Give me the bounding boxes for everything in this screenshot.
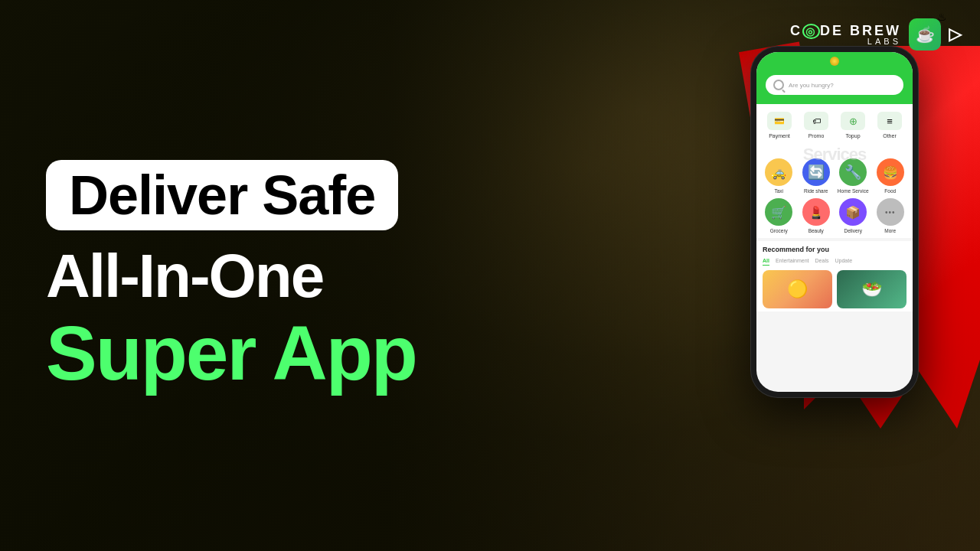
- recommend-images: 🟡 🥗: [763, 270, 906, 308]
- other-label: Other: [883, 133, 897, 139]
- logo-text: C◎DE BREW LABS: [790, 24, 901, 46]
- main-content: Deliver Safe All-In-One Super App Are yo…: [0, 0, 980, 551]
- phone-notch: [830, 57, 839, 66]
- hero-line1: Deliver Safe: [69, 168, 375, 223]
- action-payment[interactable]: 💳 Payment: [767, 112, 792, 139]
- homeservice-label: Home Service: [838, 188, 869, 194]
- deliver-safe-box: Deliver Safe: [46, 160, 398, 230]
- hero-line3: Super App: [46, 315, 493, 391]
- search-icon: [773, 80, 784, 90]
- grocery-label: Grocery: [770, 228, 788, 233]
- beauty-label: Beauty: [808, 228, 824, 233]
- delivery-icon: 📦: [839, 198, 867, 226]
- recommend-image-1: 🟡: [763, 270, 832, 308]
- taxi-label: Taxi: [774, 188, 783, 194]
- recommend-title: Recommend for you: [763, 246, 906, 253]
- more-icon: •••: [877, 198, 904, 226]
- promo-icon: 🏷: [804, 112, 828, 130]
- other-icon: ≡: [877, 112, 902, 130]
- topup-label: Topup: [845, 133, 860, 139]
- steam-icon: ♨: [937, 11, 947, 23]
- food-icon-2: 🥗: [861, 279, 882, 299]
- action-other[interactable]: ≡ Other: [877, 112, 902, 139]
- rec-tab-entertainment[interactable]: Entertainment: [776, 258, 809, 266]
- recommend-section: Recommend for you All Entertainment Deal…: [756, 241, 913, 311]
- topup-icon: ⊕: [841, 112, 865, 130]
- grocery-icon: 🛒: [765, 198, 792, 226]
- services-section: Services 🚕 Taxi 🔄 Ride share: [756, 145, 913, 238]
- service-delivery[interactable]: 📦 Delivery: [837, 198, 870, 233]
- food-label: Food: [884, 188, 896, 194]
- beauty-icon: 💄: [802, 198, 830, 226]
- action-topup[interactable]: ⊕ Topup: [841, 112, 865, 139]
- rideshare-label: Ride share: [804, 188, 828, 194]
- brand-name: C◎DE BREW: [790, 24, 901, 37]
- recommend-tabs: All Entertainment Deals Update: [763, 258, 906, 266]
- quick-actions-bar: 💳 Payment 🏷 Promo ⊕ Topup ≡: [756, 104, 913, 145]
- left-section: Deliver Safe All-In-One Super App: [0, 129, 539, 422]
- rec-tab-all[interactable]: All: [763, 258, 769, 266]
- logo-area: C◎DE BREW LABS ☕ ♨ ▷: [790, 18, 962, 51]
- hero-line2: All-In-One: [46, 246, 493, 307]
- phone-mockup: Are you hungry? 🔔 💳 Payment 🏷 Promo: [750, 46, 919, 398]
- service-beauty[interactable]: 💄 Beauty: [800, 198, 833, 233]
- payment-label: Payment: [769, 133, 790, 139]
- phone-outer: Are you hungry? 🔔 💳 Payment 🏷 Promo: [750, 46, 919, 398]
- right-section: Are you hungry? 🔔 💳 Payment 🏷 Promo: [539, 0, 980, 551]
- arrow-icon: ▷: [949, 24, 962, 44]
- delivery-label: Delivery: [844, 228, 862, 233]
- brand-sub: LABS: [867, 37, 901, 46]
- logo-icon: ☕ ♨: [909, 18, 941, 51]
- phone-screen: Are you hungry? 🔔 💳 Payment 🏷 Promo: [756, 52, 913, 392]
- service-more[interactable]: ••• More: [874, 198, 907, 233]
- rec-tab-update[interactable]: Update: [835, 258, 852, 266]
- service-grocery[interactable]: 🛒 Grocery: [763, 198, 795, 233]
- payment-icon: 💳: [767, 112, 792, 130]
- more-label: More: [884, 228, 896, 233]
- mascot-icon: 🟡: [787, 279, 808, 299]
- recommend-image-2: 🥗: [837, 270, 906, 308]
- rec-tab-deals[interactable]: Deals: [815, 258, 829, 266]
- action-promo[interactable]: 🏷 Promo: [804, 112, 828, 139]
- search-bar[interactable]: Are you hungry?: [766, 75, 903, 95]
- search-placeholder-text: Are you hungry?: [789, 82, 896, 89]
- services-watermark: Services: [756, 145, 913, 165]
- promo-label: Promo: [808, 133, 825, 139]
